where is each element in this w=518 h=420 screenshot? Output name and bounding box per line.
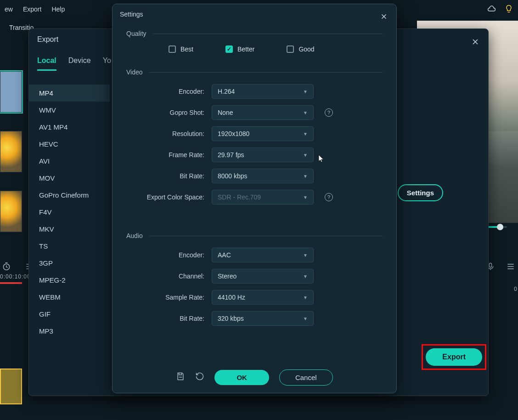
audio-samplerate-label: Sample Rate: xyxy=(126,294,212,301)
colorspace-label: Export Color Space: xyxy=(126,193,212,201)
format-item-mpeg-2[interactable]: MPEG-2 xyxy=(29,272,110,289)
format-item-hevc[interactable]: HEVC xyxy=(29,136,110,153)
framerate-select[interactable]: 29.97 fps▼ xyxy=(212,148,314,162)
format-item-mp4[interactable]: MP4 xyxy=(29,85,110,102)
settings-close-icon[interactable] xyxy=(380,12,388,23)
timeline-clip[interactable] xyxy=(0,369,22,404)
audio-bitrate-label: Bit Rate: xyxy=(126,315,212,322)
chevron-down-icon: ▼ xyxy=(303,253,308,258)
chevron-down-icon: ▼ xyxy=(303,153,308,158)
chevron-down-icon: ▼ xyxy=(303,89,308,94)
quality-better-label: Better xyxy=(237,45,254,53)
menu-export[interactable]: Export xyxy=(23,6,41,13)
quality-good-label: Good xyxy=(298,45,314,53)
quality-section-label: Quality xyxy=(126,30,146,37)
format-item-mkv[interactable]: MKV xyxy=(29,221,110,238)
tab-local[interactable]: Local xyxy=(37,57,56,71)
audio-channel-select[interactable]: Stereo▼ xyxy=(212,269,314,284)
format-item-gif[interactable]: GIF xyxy=(29,306,110,323)
thumbnail-1[interactable] xyxy=(0,71,22,113)
video-bitrate-select[interactable]: 8000 kbps▼ xyxy=(212,169,314,183)
format-item-mov[interactable]: MOV xyxy=(29,170,110,187)
timeline-timecode: 0:00:10:00 xyxy=(0,273,31,280)
chevron-down-icon: ▼ xyxy=(303,316,308,321)
format-item-mp3[interactable]: MP3 xyxy=(29,323,110,340)
tab-youtube[interactable]: Yo xyxy=(103,57,111,71)
format-item-wmv[interactable]: WMV xyxy=(29,102,110,119)
chevron-down-icon: ▼ xyxy=(303,295,308,300)
colorspace-select: SDR - Rec.709▼ xyxy=(212,190,314,204)
audio-encoder-select[interactable]: AAC▼ xyxy=(212,248,314,262)
gopro-shot-select[interactable]: None▼ xyxy=(212,105,314,120)
timeline-right-zero: 0 xyxy=(514,286,517,292)
colorspace-help-icon[interactable]: ? xyxy=(325,193,333,201)
settings-button[interactable]: Settings xyxy=(398,184,443,201)
video-encoder-select[interactable]: H.264▼ xyxy=(212,84,314,99)
lightbulb-icon[interactable] xyxy=(504,4,513,15)
tab-device[interactable]: Device xyxy=(68,57,91,71)
audio-channel-label: Channel: xyxy=(126,272,212,280)
resolution-label: Resolution: xyxy=(126,130,212,137)
format-item-3gp[interactable]: 3GP xyxy=(29,255,110,272)
save-preset-icon[interactable] xyxy=(176,372,185,383)
audio-samplerate-select[interactable]: 44100 Hz▼ xyxy=(212,290,314,305)
menu-view[interactable]: ew xyxy=(5,6,13,13)
thumbnail-2[interactable] xyxy=(0,131,22,172)
timeline-marker xyxy=(0,282,29,287)
gopro-help-icon[interactable]: ? xyxy=(325,108,333,117)
export-button[interactable]: Export xyxy=(426,348,482,366)
format-item-f4v[interactable]: F4V xyxy=(29,204,110,221)
audio-bitrate-select[interactable]: 320 kbps▼ xyxy=(212,311,314,326)
thumbnail-3[interactable] xyxy=(0,191,22,232)
video-encoder-label: Encoder: xyxy=(126,88,212,95)
format-item-ts[interactable]: TS xyxy=(29,238,110,255)
export-button-highlight: Export xyxy=(422,344,486,370)
reset-icon[interactable] xyxy=(195,372,204,383)
format-list: MP4WMVAV1 MP4HEVCAVIMOVGoPro CineformF4V… xyxy=(29,71,110,364)
framerate-label: Frame Rate: xyxy=(126,151,212,159)
chevron-down-icon: ▼ xyxy=(303,274,308,279)
chevron-down-icon: ▼ xyxy=(303,110,308,115)
chevron-down-icon: ▼ xyxy=(303,131,308,136)
video-bitrate-label: Bit Rate: xyxy=(126,172,212,180)
settings-modal-title: Settings xyxy=(113,4,396,24)
quality-best-checkbox[interactable]: Best xyxy=(169,45,193,53)
quality-good-checkbox[interactable]: Good xyxy=(287,45,314,53)
settings-modal: Settings Quality Best Better Good Video … xyxy=(112,4,397,393)
chevron-down-icon: ▼ xyxy=(303,174,308,179)
svg-rect-1 xyxy=(490,263,492,267)
ok-button[interactable]: OK xyxy=(214,370,269,385)
format-item-webm[interactable]: WEBM xyxy=(29,289,110,306)
cloud-icon[interactable] xyxy=(487,4,496,15)
menu-help[interactable]: Help xyxy=(51,6,65,13)
format-item-gopro-cineform[interactable]: GoPro Cineform xyxy=(29,187,110,204)
format-item-avi[interactable]: AVI xyxy=(29,153,110,170)
export-close-icon[interactable] xyxy=(471,37,480,49)
video-section-label: Video xyxy=(126,68,143,76)
format-item-av1-mp4[interactable]: AV1 MP4 xyxy=(29,119,110,136)
timer-icon[interactable] xyxy=(2,262,11,272)
chevron-down-icon: ▼ xyxy=(303,195,308,200)
list-icon[interactable] xyxy=(506,262,515,272)
quality-better-checkbox[interactable]: Better xyxy=(225,45,254,53)
gopro-shot-label: Gopro Shot: xyxy=(126,109,212,116)
audio-encoder-label: Encoder: xyxy=(126,251,212,259)
quality-best-label: Best xyxy=(180,45,193,53)
cancel-button[interactable]: Cancel xyxy=(279,369,333,386)
resolution-select[interactable]: 1920x1080▼ xyxy=(212,126,314,141)
audio-section-label: Audio xyxy=(126,232,143,239)
